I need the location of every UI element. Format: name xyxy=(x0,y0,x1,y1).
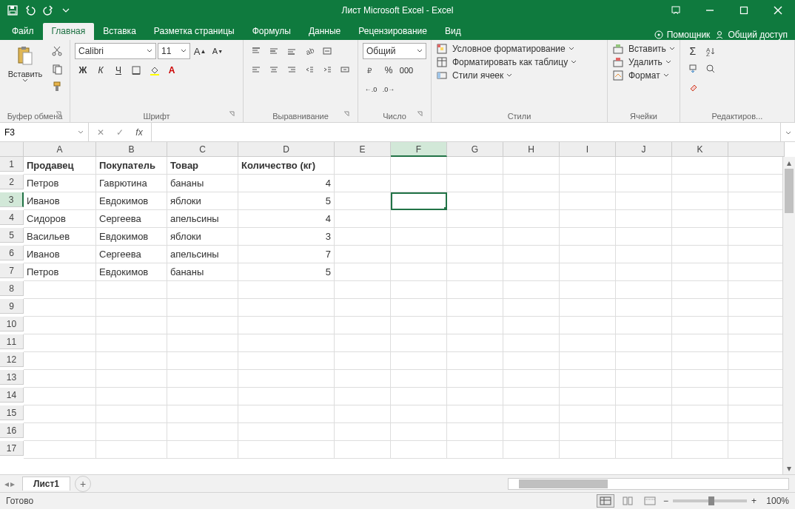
cell[interactable] xyxy=(335,423,391,441)
cell[interactable] xyxy=(560,334,616,352)
font-size-combo[interactable]: 11 xyxy=(158,43,190,59)
cell[interactable] xyxy=(447,405,503,423)
cell[interactable] xyxy=(503,334,560,352)
cell[interactable] xyxy=(335,157,391,175)
cell[interactable] xyxy=(560,263,616,281)
cell[interactable] xyxy=(391,157,447,175)
cell[interactable] xyxy=(238,388,335,405)
cell[interactable] xyxy=(728,175,785,192)
cell[interactable]: 5 xyxy=(238,192,335,210)
cell[interactable] xyxy=(503,405,560,423)
cell[interactable] xyxy=(447,281,503,299)
row-header[interactable]: 9 xyxy=(0,299,24,314)
cancel-formula-button[interactable]: ✕ xyxy=(92,125,110,140)
cell[interactable]: Товар xyxy=(167,157,238,175)
enter-formula-button[interactable]: ✓ xyxy=(111,125,129,140)
cell[interactable] xyxy=(728,405,785,423)
cell[interactable] xyxy=(672,157,728,175)
cell[interactable] xyxy=(24,405,96,423)
cell[interactable] xyxy=(447,175,503,192)
cell[interactable] xyxy=(167,352,238,370)
cell[interactable] xyxy=(335,299,391,317)
cell[interactable] xyxy=(560,210,616,228)
cell[interactable]: Евдокимов xyxy=(96,192,167,210)
column-header[interactable]: K xyxy=(672,142,728,157)
cell[interactable] xyxy=(616,281,672,299)
cell[interactable] xyxy=(24,317,96,334)
row-header[interactable]: 3 xyxy=(0,192,24,207)
cell[interactable] xyxy=(447,210,503,228)
cell[interactable] xyxy=(616,210,672,228)
merge-button[interactable] xyxy=(337,61,353,78)
zoom-out-button[interactable]: − xyxy=(663,496,668,506)
cell[interactable] xyxy=(96,423,167,441)
cell[interactable] xyxy=(672,352,728,370)
cell[interactable]: Иванов xyxy=(24,192,96,210)
cell[interactable] xyxy=(560,441,616,459)
cell[interactable] xyxy=(728,388,785,405)
cell[interactable] xyxy=(447,228,503,246)
align-middle-button[interactable] xyxy=(266,43,282,59)
format-cells-button[interactable]: Формат xyxy=(612,70,669,81)
bold-button[interactable]: Ж xyxy=(75,62,91,78)
fill-color-button[interactable] xyxy=(146,62,162,78)
row-header[interactable]: 14 xyxy=(0,388,24,403)
column-header[interactable]: E xyxy=(335,142,391,157)
insert-function-button[interactable]: fx xyxy=(130,125,148,140)
cell[interactable] xyxy=(447,423,503,441)
cell[interactable] xyxy=(24,423,96,441)
row-header[interactable]: 16 xyxy=(0,423,24,438)
cell[interactable] xyxy=(447,370,503,388)
cell[interactable] xyxy=(503,352,560,370)
cell[interactable] xyxy=(728,334,785,352)
cell[interactable] xyxy=(503,281,560,299)
cell[interactable] xyxy=(728,228,785,246)
cell[interactable] xyxy=(335,370,391,388)
format-as-table-button[interactable]: Форматировать как таблицу xyxy=(436,56,577,68)
cell[interactable] xyxy=(672,334,728,352)
cell[interactable] xyxy=(447,334,503,352)
cell[interactable] xyxy=(335,192,391,210)
column-header[interactable]: B xyxy=(96,142,167,157)
cell[interactable]: Петров xyxy=(24,175,96,192)
percent-button[interactable]: % xyxy=(380,62,397,78)
cell[interactable] xyxy=(335,210,391,228)
copy-button[interactable] xyxy=(49,61,65,77)
row-header[interactable]: 2 xyxy=(0,175,24,189)
cell[interactable] xyxy=(616,405,672,423)
underline-button[interactable]: Ч xyxy=(110,62,127,78)
cell[interactable] xyxy=(96,334,167,352)
cell[interactable] xyxy=(616,246,672,263)
cell[interactable]: 5 xyxy=(238,263,335,281)
cell[interactable] xyxy=(728,441,785,459)
cell[interactable]: апельсины xyxy=(167,210,238,228)
cell[interactable] xyxy=(560,228,616,246)
row-header[interactable]: 5 xyxy=(0,228,24,243)
tab-page-layout[interactable]: Разметка страницы xyxy=(145,23,244,40)
cell[interactable] xyxy=(238,441,335,459)
tab-review[interactable]: Рецензирование xyxy=(349,23,436,40)
cell[interactable] xyxy=(672,192,728,210)
column-header[interactable]: H xyxy=(503,142,560,157)
cell[interactable] xyxy=(728,299,785,317)
cell[interactable] xyxy=(238,317,335,334)
increase-indent-button[interactable] xyxy=(319,61,335,78)
cell[interactable] xyxy=(728,370,785,388)
scroll-up-icon[interactable]: ▴ xyxy=(783,157,795,169)
cell[interactable] xyxy=(238,352,335,370)
cell[interactable] xyxy=(503,210,560,228)
cell[interactable] xyxy=(96,299,167,317)
cell[interactable] xyxy=(616,228,672,246)
cut-button[interactable] xyxy=(49,43,65,59)
cell[interactable] xyxy=(447,246,503,263)
cell[interactable] xyxy=(616,370,672,388)
maximize-button[interactable] xyxy=(727,0,761,21)
redo-icon[interactable] xyxy=(40,2,56,18)
delete-cells-button[interactable]: Удалить xyxy=(612,56,671,68)
save-icon[interactable] xyxy=(4,2,21,18)
cell[interactable] xyxy=(503,228,560,246)
cell[interactable] xyxy=(503,441,560,459)
cell[interactable] xyxy=(24,388,96,405)
paste-button[interactable]: Вставить xyxy=(4,43,46,84)
fill-button[interactable] xyxy=(685,61,701,77)
